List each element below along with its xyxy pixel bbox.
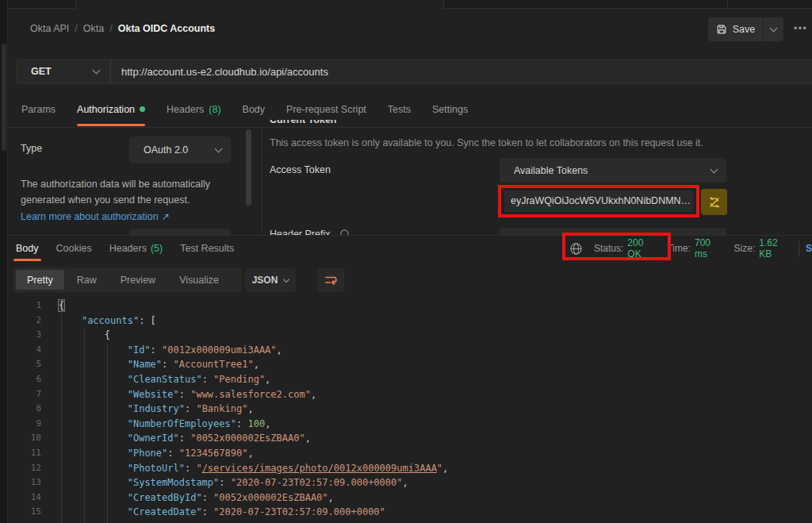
indent-guide	[61, 313, 62, 523]
code-line: 5 "Name": "AccountTree1",	[8, 357, 812, 372]
sync-token-button[interactable]	[701, 189, 727, 215]
line-number: 6	[8, 372, 41, 387]
time-value[interactable]: 700 ms	[695, 237, 721, 260]
line-number: 3	[8, 328, 41, 343]
chevron-down-icon	[283, 275, 289, 282]
chevron-down-icon	[215, 145, 223, 153]
line-number: 7	[8, 387, 41, 402]
line-number: 2	[8, 313, 41, 329]
current-token-panel: This access token is only available to y…	[262, 128, 812, 235]
save-response-button-clipped[interactable]: S	[806, 243, 812, 254]
code-line: 11 "Phone": "1234567890",	[8, 446, 812, 461]
breadcrumb-request-name: Okta OIDC Accounts	[118, 23, 215, 34]
auth-type-dropdown[interactable]: OAuth 2.0	[129, 137, 231, 163]
response-tab-body[interactable]: Body	[16, 235, 39, 262]
response-tab-cookies[interactable]: Cookies	[56, 235, 92, 262]
line-number: 4	[8, 343, 41, 358]
code-line: 15 "CreatedDate": "2020-07-23T02:57:09.0…	[8, 505, 812, 520]
save-options-dropdown[interactable]	[764, 17, 783, 41]
available-tokens-dropdown[interactable]: Available Tokens	[500, 158, 726, 183]
request-url-bar: GET http://account.us-e2.cloudhub.io/api…	[16, 59, 812, 84]
code-line: 14 "CreatedById": "0052x000002EsZBAA0",	[8, 490, 812, 506]
divider	[110, 59, 111, 84]
chevron-down-icon	[710, 165, 718, 173]
breadcrumb-separator: /	[69, 23, 82, 34]
chevron-down-icon	[770, 25, 778, 33]
indent-guide	[84, 329, 85, 523]
collapsed-sidebar	[0, 0, 8, 523]
auth-configured-dot	[140, 106, 145, 112]
view-preview[interactable]: Preview	[109, 270, 167, 290]
sidebar-scrollbar[interactable]	[2, 44, 6, 151]
tab-settings[interactable]: Settings	[432, 91, 468, 127]
line-number: 15	[8, 505, 41, 520]
url-input[interactable]: http://account.us-e2.cloudhub.io/api/acc…	[121, 66, 328, 78]
auth-type-label: Type	[21, 143, 42, 154]
code-line: 7 "Website": "www.salesforce2.com",	[8, 387, 812, 402]
code-lines: 1{2 "accounts": [3 {4 "Id": "0012x000009…	[8, 298, 812, 520]
line-number: 14	[8, 490, 41, 506]
token-sync-notice: This access token is only available to y…	[270, 137, 703, 148]
tab-tests[interactable]: Tests	[388, 91, 411, 127]
size-label: Size:	[734, 243, 756, 254]
save-button-label: Save	[733, 24, 756, 35]
tab-authorization[interactable]: Authorization	[77, 91, 145, 127]
request-tabs: Params Authorization Headers (8) Body Pr…	[21, 91, 468, 127]
view-raw[interactable]: Raw	[66, 270, 108, 290]
save-icon	[716, 24, 727, 35]
tab-params[interactable]: Params	[21, 91, 56, 127]
current-token-heading-clipped: Current Token	[270, 120, 337, 126]
code-line: 10 "OwnerId": "0052x000002EsZBAA0",	[8, 431, 812, 446]
header-prefix-label: Header Prefix	[270, 229, 330, 235]
format-dropdown[interactable]: JSON	[245, 268, 296, 292]
auth-description-line2: generated when you send the request.	[21, 194, 190, 206]
sync-disabled-icon	[708, 196, 721, 209]
code-line: 8 "Industry": "Banking",	[8, 402, 812, 417]
code-line: 6 "CleanStatus": "Pending",	[8, 372, 812, 387]
view-pretty[interactable]: Pretty	[16, 270, 64, 290]
method-selector[interactable]: GET	[17, 66, 110, 77]
method-value: GET	[31, 66, 52, 77]
response-body-code[interactable]: 1{2 "accounts": [3 {4 "Id": "0012x000009…	[8, 298, 812, 523]
annotation-box-status	[562, 233, 671, 260]
tab-headers[interactable]: Headers (8)	[167, 91, 221, 127]
code-line: 12 "PhotoUrl": "/services/images/photo/0…	[8, 461, 812, 476]
code-line: 4 "Id": "0012x000009umi3AAA",	[8, 343, 812, 358]
size-value[interactable]: 1.62 KB	[759, 237, 787, 260]
view-visualize[interactable]: Visualize	[168, 270, 230, 290]
code-line: 3 {	[8, 328, 812, 343]
breadcrumb-separator: /	[104, 23, 117, 34]
auth-description-line1: The authorization data will be automatic…	[21, 179, 210, 190]
chevron-down-icon	[93, 67, 101, 75]
line-number: 12	[8, 461, 41, 476]
annotation-box-token	[498, 185, 699, 217]
auth-panel-scrollbar[interactable]	[246, 129, 251, 206]
active-request-tab[interactable]	[75, 0, 444, 10]
more-options-icon[interactable]: •••	[794, 23, 807, 34]
line-number: 1	[8, 298, 41, 313]
clipped-dropdown[interactable]	[129, 229, 231, 235]
code-line: 2 "accounts": [	[8, 313, 812, 329]
response-tab-headers[interactable]: Headers (5)	[109, 235, 163, 262]
headers-count-badge: (8)	[209, 104, 220, 115]
line-number: 13	[8, 475, 41, 490]
save-button[interactable]: Save	[708, 17, 763, 41]
wrap-line-icon	[324, 273, 338, 287]
auth-config-panel: Type OAuth 2.0 The authorization data wi…	[8, 128, 262, 235]
wrap-line-button[interactable]	[317, 268, 344, 292]
breadcrumb-workspace[interactable]: Okta API	[30, 23, 69, 34]
breadcrumb: Okta API / Okta / Okta OIDC Accounts	[30, 23, 215, 34]
response-view-switcher: Pretty Raw Preview Visualize	[13, 267, 242, 292]
info-icon	[340, 229, 349, 235]
code-line: 13 "SystemModstamp": "2020-07-23T02:57:0…	[8, 475, 812, 490]
divider	[799, 240, 799, 256]
response-tab-test-results[interactable]: Test Results	[180, 235, 234, 262]
response-headers-count-badge: (5)	[151, 243, 163, 254]
access-token-label: Access Token	[270, 164, 331, 175]
breadcrumb-collection[interactable]: Okta	[83, 23, 104, 34]
line-number: 5	[8, 357, 41, 372]
tab-body[interactable]: Body	[243, 91, 266, 127]
learn-more-link[interactable]: Learn more about authorization ↗	[21, 210, 170, 222]
line-number: 10	[8, 431, 41, 446]
code-line: 1{	[8, 298, 812, 313]
